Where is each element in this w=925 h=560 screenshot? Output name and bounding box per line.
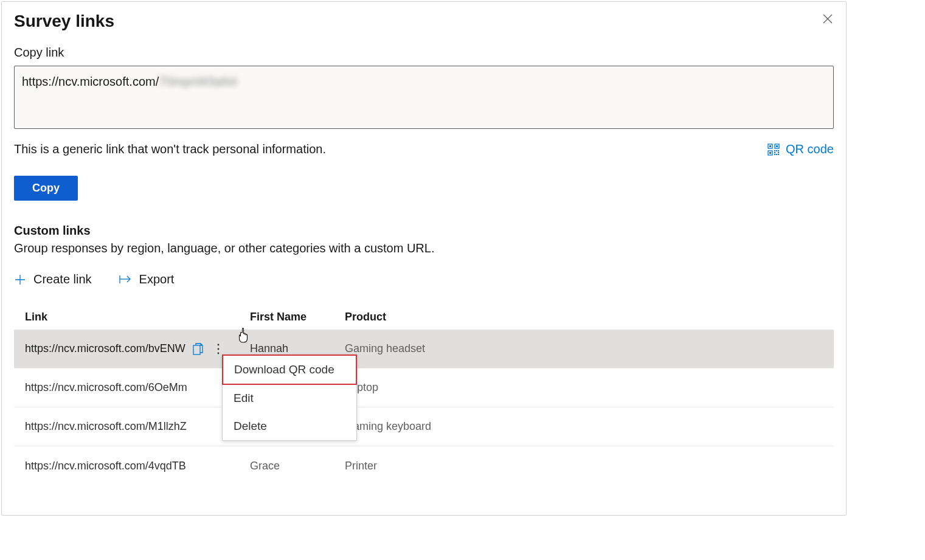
menu-edit[interactable]: Edit bbox=[223, 384, 356, 412]
page-title: Survey links bbox=[14, 12, 114, 31]
row-firstname: Grace bbox=[250, 460, 345, 472]
table-row[interactable]: https://ncv.microsoft.com/4vqdTB Grace P… bbox=[14, 446, 834, 485]
svg-rect-3 bbox=[776, 145, 778, 147]
row-firstname: Hannah bbox=[250, 342, 345, 355]
copy-link-label: Copy link bbox=[14, 46, 834, 60]
table-row[interactable]: https://ncv.microsoft.com/6OeMm Laptop bbox=[14, 368, 834, 407]
row-more-button[interactable] bbox=[217, 344, 220, 354]
row-product: Gaming keyboard bbox=[345, 420, 823, 433]
custom-links-title: Custom links bbox=[14, 224, 834, 238]
svg-rect-9 bbox=[774, 152, 775, 153]
more-vertical-icon bbox=[217, 344, 220, 354]
generic-link-box[interactable]: https://ncv.microsoft.com/T0mpnW3aN4 bbox=[14, 66, 834, 129]
svg-rect-14 bbox=[193, 345, 200, 354]
svg-point-17 bbox=[218, 352, 220, 354]
svg-point-16 bbox=[218, 348, 220, 350]
menu-download-qr[interactable]: Download QR code bbox=[222, 354, 357, 385]
row-link: https://ncv.microsoft.com/6OeMm bbox=[25, 381, 189, 394]
row-link: https://ncv.microsoft.com/4vqdTB bbox=[25, 460, 189, 472]
row-copy-button[interactable] bbox=[193, 343, 204, 355]
table-row[interactable]: https://ncv.microsoft.com/M1llzhZ Gaming… bbox=[14, 407, 834, 446]
row-product: Gaming headset bbox=[345, 342, 823, 355]
svg-rect-12 bbox=[776, 154, 777, 155]
hint-text: This is a generic link that won't track … bbox=[14, 142, 326, 156]
svg-rect-8 bbox=[778, 150, 779, 151]
col-header-product[interactable]: Product bbox=[345, 311, 823, 323]
custom-links-description: Group responses by region, language, or … bbox=[14, 241, 834, 255]
custom-links-table: Link First Name Product https://ncv.micr… bbox=[14, 305, 834, 485]
create-link-label: Create link bbox=[33, 272, 92, 286]
generic-link-visible: https://ncv.microsoft.com/ bbox=[22, 75, 159, 88]
copy-button[interactable]: Copy bbox=[14, 176, 78, 201]
svg-rect-13 bbox=[778, 154, 779, 155]
qr-icon bbox=[767, 143, 780, 156]
svg-rect-11 bbox=[774, 154, 775, 155]
svg-rect-6 bbox=[774, 150, 775, 151]
custom-links-actions: Create link Export bbox=[14, 272, 834, 286]
qr-code-label: QR code bbox=[786, 142, 834, 156]
survey-links-panel: Survey links Copy link https://ncv.micro… bbox=[1, 1, 847, 516]
hint-row: This is a generic link that won't track … bbox=[14, 142, 834, 156]
export-icon bbox=[119, 274, 132, 285]
generic-link-blurred: T0mpnW3aN4 bbox=[159, 75, 237, 89]
panel-header: Survey links bbox=[14, 12, 834, 46]
table-header: Link First Name Product bbox=[14, 305, 834, 330]
close-icon bbox=[822, 13, 834, 25]
row-product: Printer bbox=[345, 460, 823, 472]
table-row[interactable]: https://ncv.microsoft.com/bvENW bbox=[14, 330, 834, 368]
qr-code-button[interactable]: QR code bbox=[767, 142, 834, 156]
svg-rect-5 bbox=[769, 152, 771, 154]
export-label: Export bbox=[139, 272, 175, 286]
svg-rect-1 bbox=[769, 145, 771, 147]
svg-rect-10 bbox=[778, 152, 779, 153]
create-link-button[interactable]: Create link bbox=[14, 272, 92, 286]
copy-icon bbox=[193, 343, 204, 355]
table-body: https://ncv.microsoft.com/bvENW bbox=[14, 330, 834, 485]
svg-point-15 bbox=[218, 344, 220, 345]
col-header-link[interactable]: Link bbox=[25, 311, 250, 323]
row-link: https://ncv.microsoft.com/bvENW bbox=[25, 342, 189, 355]
col-header-firstname[interactable]: First Name bbox=[250, 311, 345, 323]
plus-icon bbox=[14, 274, 26, 286]
menu-delete[interactable]: Delete bbox=[223, 412, 356, 440]
row-product: Laptop bbox=[345, 381, 823, 394]
svg-rect-7 bbox=[776, 150, 777, 151]
row-context-menu: Download QR code Edit Delete bbox=[222, 354, 357, 441]
export-button[interactable]: Export bbox=[119, 272, 175, 286]
close-button[interactable] bbox=[819, 10, 836, 29]
row-link: https://ncv.microsoft.com/M1llzhZ bbox=[25, 420, 189, 433]
